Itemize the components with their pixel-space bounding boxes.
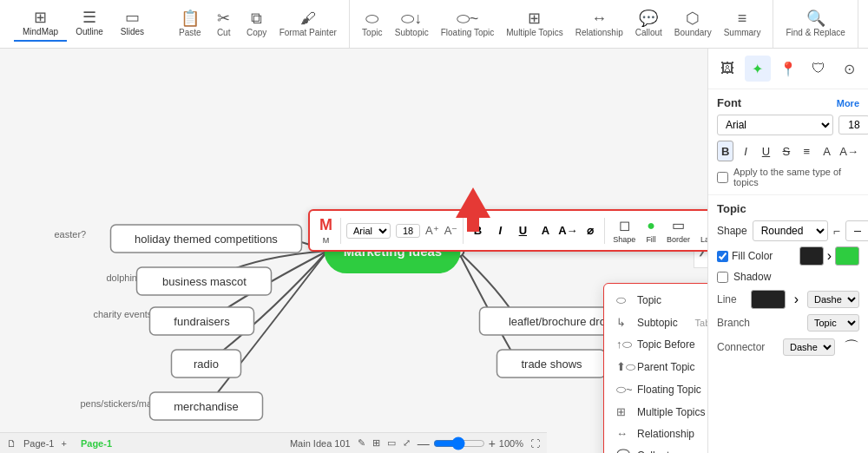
ctx-subtopic[interactable]: ↳ Subtopic Tab, Ins, Ctrl+Enter: [604, 312, 707, 333]
highlight-button[interactable]: A→: [559, 222, 576, 240]
add-page-button[interactable]: +: [61, 438, 66, 449]
ctx-topic-before-icon: ↑⬭: [616, 338, 630, 351]
line-color-swatch[interactable]: [751, 290, 786, 309]
strikethrough-format-button[interactable]: S: [778, 141, 794, 161]
connector-select[interactable]: Dashes Solid: [783, 338, 835, 356]
outline-icon: ☰: [82, 10, 96, 25]
mini-border-button[interactable]: ▭ Border: [664, 215, 693, 246]
topic-button[interactable]: ⬭ Topic: [357, 7, 388, 41]
underline-format-button[interactable]: U: [758, 141, 774, 161]
arrow-indicator: [451, 183, 495, 240]
paste-button[interactable]: 📋 Paste: [174, 7, 207, 41]
tab-mindmap[interactable]: ⊞ MindMap: [14, 6, 67, 42]
svg-text:fundraisers: fundraisers: [174, 315, 230, 328]
svg-marker-22: [456, 187, 490, 218]
ctx-floating-topic[interactable]: ⬭~ Floating Topic Alt+F: [604, 378, 707, 401]
ctx-callout[interactable]: 💬 Callout Alt+Enter: [604, 444, 707, 453]
layout-icon: ▭: [387, 437, 396, 449]
corner-select[interactable]: —: [845, 220, 868, 241]
tab-slides[interactable]: ▭ Slides: [112, 6, 153, 42]
panel-style-button[interactable]: 🖼: [714, 56, 740, 82]
fullscreen-button[interactable]: ⛶: [530, 438, 540, 449]
ctx-subtopic-shortcut: Tab, Ins, Ctrl+Enter: [695, 318, 707, 328]
find-replace-button[interactable]: 🔍 Find & Replace: [780, 7, 850, 41]
ctx-multiple-topics[interactable]: ⊞ Multiple Topics Ctrl+M: [604, 401, 707, 423]
fill-color-dark-swatch[interactable]: [799, 246, 824, 266]
highlight-format-button[interactable]: A→: [838, 141, 859, 161]
ctx-topic-before[interactable]: ↑⬭ Topic Before Shift+Enter: [604, 333, 707, 356]
zoom-control: — + 100%: [418, 437, 523, 450]
floating-topic-button[interactable]: ⬭~ Floating Topic: [436, 7, 500, 41]
zoom-slider[interactable]: [433, 437, 485, 450]
fill-label: Fill Color: [732, 250, 773, 262]
fill-arrow: ›: [827, 248, 832, 264]
align-format-button[interactable]: ≡: [799, 141, 815, 161]
zoom-in-button[interactable]: +: [489, 437, 496, 450]
format-painter-icon: 🖌: [300, 10, 316, 26]
line-arrow: ›: [794, 292, 799, 307]
boundary-button[interactable]: ⬡ Boundary: [669, 7, 717, 41]
font-more-button[interactable]: More: [837, 98, 859, 108]
zoom-level: 100%: [499, 438, 523, 449]
panel-ai-button[interactable]: ✦: [745, 56, 771, 82]
ctx-topic[interactable]: ⬭ Topic Enter: [604, 289, 707, 312]
mini-font-size[interactable]: [396, 224, 420, 238]
font-size-up-button[interactable]: A⁺: [425, 224, 439, 237]
apply-same-checkbox[interactable]: [717, 172, 728, 183]
format-painter-button[interactable]: 🖌 Format Painter: [274, 7, 342, 41]
generate-label: M: [323, 236, 330, 245]
mini-shape-button[interactable]: ◻ Shape: [610, 215, 638, 246]
mini-layout-button[interactable]: ⊞ Layout: [698, 215, 707, 246]
svg-text:trade shows: trade shows: [521, 358, 582, 371]
ctx-floating-label: Floating Topic: [637, 384, 701, 396]
cut-button[interactable]: ✂ Cut: [208, 7, 240, 41]
bold-format-button[interactable]: B: [717, 141, 733, 161]
mini-toolbar: M M Arial A⁺ A⁻ B I U A A→ ⌀ ◻ Shape: [308, 209, 707, 252]
tab-outline[interactable]: ☰ Outline: [67, 6, 112, 42]
generate-button[interactable]: M M: [317, 214, 335, 246]
tapered-icon: ⌒: [844, 337, 859, 358]
copy-button[interactable]: ⧉ Copy: [241, 7, 273, 41]
fill-checkbox[interactable]: [717, 251, 728, 262]
panel-circle-button[interactable]: ⊙: [836, 56, 862, 82]
dashes-select[interactable]: Dashes Solid: [807, 291, 859, 308]
ctx-multiple-label: Multiple Topics: [637, 406, 705, 418]
mini-font-select[interactable]: Arial: [346, 223, 391, 239]
subtopic-button[interactable]: ⬭↓ Subtopic: [390, 7, 434, 41]
font-size-input[interactable]: [838, 115, 868, 135]
shadow-checkbox[interactable]: [717, 272, 728, 283]
panel-location-button[interactable]: 📍: [775, 56, 801, 82]
bottom-bar: 🗋 Page-1 + Page-1 Main Idea 101 ✎ ⊞ ▭ ⤢ …: [0, 432, 547, 453]
ctx-parent-topic[interactable]: ⬆⬭ Parent Topic Shift+Ins: [604, 356, 707, 378]
shape-label: Shape: [717, 225, 747, 237]
multiple-topics-button[interactable]: ⊞ Multiple Topics: [501, 7, 568, 41]
strikethrough-button[interactable]: ⌀: [582, 222, 599, 240]
relationship-button[interactable]: ↔ Relationship: [570, 7, 628, 41]
font-family-select[interactable]: Arial Times New Roman Helvetica: [717, 115, 833, 135]
fill-color-green-swatch[interactable]: [835, 246, 859, 266]
shape-select[interactable]: Rounded Rectangle Ellipse: [753, 220, 828, 241]
floating-topic-icon: ⬭~: [457, 10, 479, 26]
font-color-format-button[interactable]: A: [819, 141, 835, 161]
svg-text:merchandise: merchandise: [174, 400, 238, 413]
font-color-button[interactable]: A: [536, 222, 554, 240]
apply-same-label: Apply to the same type of topics: [733, 167, 859, 187]
current-page-tab[interactable]: Page-1: [81, 438, 112, 449]
underline-button[interactable]: U: [514, 222, 531, 240]
callout-button[interactable]: 💬 Callout: [630, 7, 667, 41]
edit-tools: 📋 Paste ✂ Cut ⧉ Copy 🖌 Format Painter: [167, 0, 350, 48]
branch-select[interactable]: Topic: [807, 314, 859, 332]
italic-format-button[interactable]: I: [737, 141, 753, 161]
summary-button[interactable]: ≡ Summary: [719, 7, 766, 41]
cut-icon: ✂: [217, 10, 230, 26]
ctx-relationship[interactable]: ↔ Relationship Ctrl+R: [604, 423, 707, 444]
ctx-topic-before-label: Topic Before: [637, 338, 695, 351]
mini-fill-button[interactable]: ● Fill: [643, 216, 659, 246]
zoom-out-button[interactable]: —: [418, 437, 430, 450]
panel-shield-button[interactable]: 🛡: [806, 56, 832, 82]
branch-label: Branch: [717, 317, 802, 329]
line-color-label: Line: [717, 293, 746, 305]
ctx-rel-label: Relationship: [637, 428, 694, 440]
canvas-area[interactable]: easter? dolphin charity events pens/stic…: [0, 49, 707, 453]
ctx-multiple-icon: ⊞: [616, 405, 630, 418]
